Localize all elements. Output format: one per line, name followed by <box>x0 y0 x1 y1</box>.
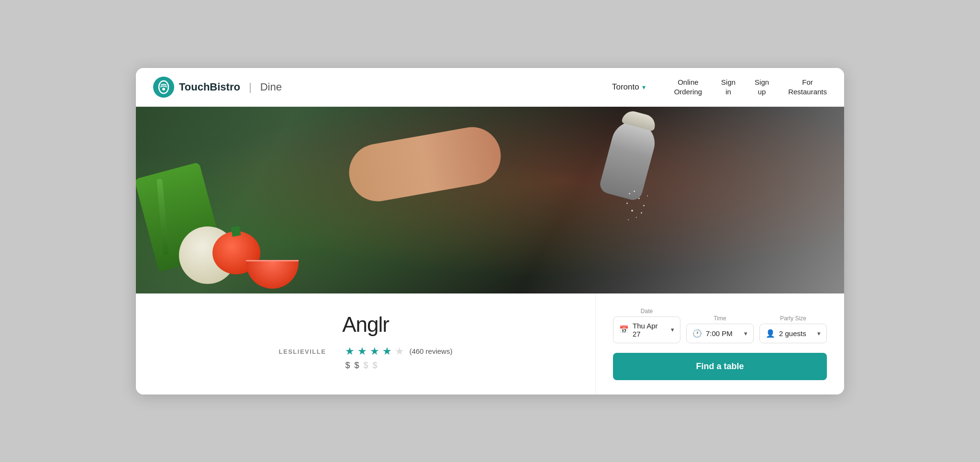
time-field-group: Time 🕐 7:00 PM ▾ <box>686 315 754 343</box>
date-value: Thu Apr 27 <box>633 322 667 338</box>
party-field-group: Party Size 👤 2 guests ▾ <box>759 315 827 343</box>
party-label: Party Size <box>759 315 827 322</box>
price-space-3 <box>369 361 371 371</box>
svg-point-2 <box>162 88 165 90</box>
brand-sub: Dine <box>260 81 282 93</box>
brand-name: TouchBistro <box>179 81 240 93</box>
price-space-1 <box>351 361 353 371</box>
price-row: $ $ $ $ <box>345 361 452 371</box>
party-chevron: ▾ <box>817 330 821 337</box>
city-chevron: ▾ <box>642 83 646 91</box>
navbar: TouchBistro | Dine Toronto ▾ Online Orde… <box>136 68 844 107</box>
date-field-group: Date 📅 Thu Apr 27 ▾ <box>613 308 680 343</box>
logo-divider: | <box>249 81 252 93</box>
logo-area: TouchBistro | Dine <box>153 77 282 98</box>
reviews-count: (460 reviews) <box>409 347 452 355</box>
time-chevron: ▾ <box>744 330 747 337</box>
shaker-top <box>621 109 657 131</box>
clock-icon: 🕐 <box>692 329 702 338</box>
nav-sign-up[interactable]: Sign up <box>755 78 769 96</box>
city-selector[interactable]: Toronto ▾ <box>612 82 646 92</box>
browser-window: TouchBistro | Dine Toronto ▾ Online Orde… <box>136 68 844 394</box>
time-label: Time <box>686 315 754 322</box>
spice-particles <box>624 188 653 226</box>
time-selector[interactable]: 🕐 7:00 PM ▾ <box>686 324 754 343</box>
ratings-area: ★ ★ ★ ★ ★ (460 reviews) $ $ $ <box>345 345 452 371</box>
price-3: $ <box>363 361 368 371</box>
person-icon: 👤 <box>766 329 775 338</box>
hand-shaker-area <box>509 107 748 289</box>
price-4: $ <box>373 361 378 371</box>
stars-row: ★ ★ ★ ★ ★ (460 reviews) <box>345 345 452 358</box>
svg-point-0 <box>153 77 174 98</box>
restaurant-name-row: Anglr <box>160 313 571 337</box>
price-space-2 <box>360 361 362 371</box>
price-1: $ <box>345 361 350 371</box>
neighborhood-label: LESLIEVILLE <box>279 348 326 355</box>
nav-online-ordering[interactable]: Online Ordering <box>674 78 702 96</box>
calendar-icon: 📅 <box>619 325 629 334</box>
city-label: Toronto <box>612 82 639 92</box>
date-chevron: ▾ <box>671 326 674 333</box>
star-4: ★ <box>382 345 392 358</box>
restaurant-details: LESLIEVILLE ★ ★ ★ ★ ★ (460 reviews) $ $ <box>160 345 571 371</box>
date-label: Date <box>613 308 680 315</box>
star-5: ★ <box>395 345 404 358</box>
star-3: ★ <box>370 345 379 358</box>
date-selector[interactable]: 📅 Thu Apr 27 ▾ <box>613 316 680 343</box>
star-2: ★ <box>357 345 367 358</box>
nav-sign-in[interactable]: Sign in <box>721 78 735 96</box>
booking-fields: Date 📅 Thu Apr 27 ▾ Time 🕐 7:00 PM ▾ <box>613 308 827 343</box>
find-table-button[interactable]: Find a table <box>613 353 827 380</box>
party-selector[interactable]: 👤 2 guests ▾ <box>759 324 827 343</box>
time-value: 7:00 PM <box>706 329 740 338</box>
star-1: ★ <box>345 345 355 358</box>
restaurant-card: Anglr LESLIEVILLE ★ ★ ★ ★ ★ (460 reviews… <box>136 293 595 394</box>
touchbistro-logo-icon <box>153 77 174 98</box>
price-2: $ <box>354 361 359 371</box>
booking-widget: Date 📅 Thu Apr 27 ▾ Time 🕐 7:00 PM ▾ <box>595 293 844 394</box>
restaurant-name: Anglr <box>342 313 389 337</box>
hero-image <box>136 107 844 293</box>
nav-links: Online Ordering Sign in Sign up For Rest… <box>674 78 827 96</box>
nav-for-restaurants[interactable]: For Restaurants <box>788 78 827 96</box>
content-row: Anglr LESLIEVILLE ★ ★ ★ ★ ★ (460 reviews… <box>136 293 844 394</box>
party-value: 2 guests <box>779 329 813 338</box>
